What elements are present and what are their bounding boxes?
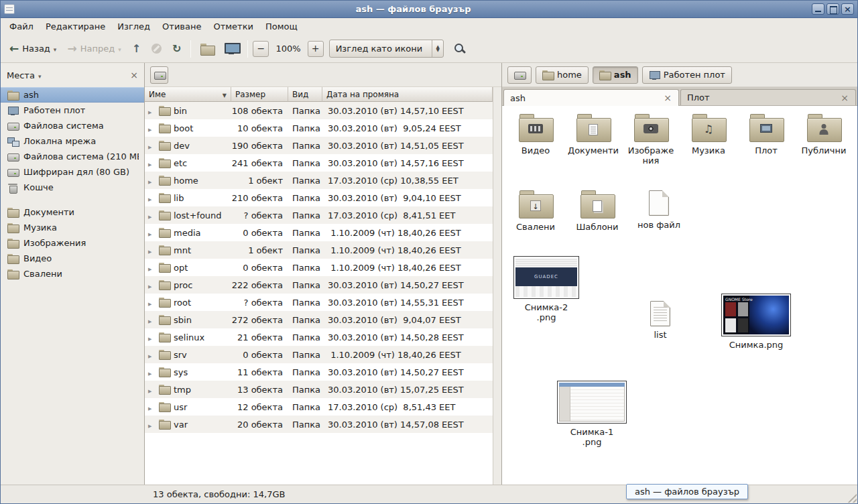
forward-button[interactable]: Напред xyxy=(62,38,125,60)
expander-icon[interactable] xyxy=(148,106,155,116)
path-root-button[interactable] xyxy=(150,66,168,84)
tab-close-icon[interactable] xyxy=(663,93,672,103)
image-file-snimka[interactable]: GNOME Store Снимка.png xyxy=(719,294,793,350)
table-row[interactable]: sbin 272 обекта Папка 30.03.2010 (вт) 9,… xyxy=(145,311,493,328)
menu-item[interactable]: Отметки xyxy=(207,19,259,34)
menu-item[interactable]: Редактиране xyxy=(40,19,111,34)
expander-icon[interactable] xyxy=(148,228,155,238)
computer-button[interactable] xyxy=(220,38,243,60)
expander-icon[interactable] xyxy=(148,123,155,133)
table-row[interactable]: opt 0 обекта Папка 1.10.2009 (чт) 18,40,… xyxy=(145,259,493,276)
expander-icon[interactable] xyxy=(148,210,155,220)
table-row[interactable]: mnt 1 обект Папка 1.10.2009 (чт) 18,40,2… xyxy=(145,241,493,259)
search-button[interactable] xyxy=(449,38,471,60)
expander-icon[interactable] xyxy=(148,280,155,290)
image-file-snimka1[interactable]: Снимка-1.png xyxy=(557,381,627,448)
expander-icon[interactable] xyxy=(148,332,155,342)
home-button[interactable] xyxy=(196,38,219,60)
table-row[interactable]: usr 12 обекта Папка 17.03.2010 (ср) 8,51… xyxy=(145,398,493,416)
sidebar-item[interactable]: Файлова система xyxy=(1,118,144,133)
table-row[interactable]: proc 222 обекта Папка 30.03.2010 (вт) 14… xyxy=(145,276,493,294)
column-header-name[interactable]: Име xyxy=(145,87,231,102)
icon-view[interactable]: Видео Документи Изображения xyxy=(502,106,857,485)
column-header-type[interactable]: Вид xyxy=(288,87,322,102)
expander-icon[interactable] xyxy=(148,158,155,168)
vertical-scrollbar[interactable] xyxy=(493,87,501,485)
resize-grip[interactable] xyxy=(846,492,857,503)
icon-grid-item[interactable]: Изображения xyxy=(625,114,676,166)
back-button[interactable]: Назад xyxy=(5,38,61,60)
minimize-button[interactable] xyxy=(812,3,824,15)
expander-icon[interactable] xyxy=(148,298,155,308)
table-row[interactable]: root ? обекта Папка 30.03.2010 (вт) 14,5… xyxy=(145,294,493,311)
column-header-date[interactable]: Дата на промяна xyxy=(322,87,493,102)
sidebar-item[interactable]: Локална мрежа xyxy=(1,133,144,149)
sidebar-item[interactable]: Шифриран дял (80 GB) xyxy=(1,164,144,180)
table-row[interactable]: selinux 21 обекта Папка 30.03.2010 (вт) … xyxy=(145,328,493,346)
table-row[interactable]: lost+found ? обекта Папка 17.03.2010 (ср… xyxy=(145,206,493,224)
table-row[interactable]: media 0 обекта Папка 1.10.2009 (чт) 18,4… xyxy=(145,224,493,241)
zoom-in-button[interactable]: + xyxy=(308,41,324,57)
expander-icon[interactable] xyxy=(148,315,155,325)
breadcrumb-button[interactable]: Работен плот xyxy=(642,66,732,84)
sidebar-item[interactable]: Файлова система (210 MB) xyxy=(1,149,144,164)
tab-close-icon[interactable] xyxy=(840,93,849,103)
sidebar-item[interactable]: Кошче xyxy=(1,180,144,195)
titlebar[interactable]: ash — файлов браузър xyxy=(1,1,857,18)
column-header-size[interactable]: Размер xyxy=(231,87,288,102)
table-row[interactable]: var 20 обекта Папка 30.03.2010 (вт) 14,5… xyxy=(145,416,493,433)
table-row[interactable]: sys 11 обекта Папка 30.03.2010 (вт) 14,5… xyxy=(145,363,493,381)
icon-grid-item[interactable]: Музика xyxy=(683,114,734,155)
table-row[interactable]: dev 190 обекта Папка 30.03.2010 (вт) 14,… xyxy=(145,137,493,154)
zoom-out-button[interactable]: − xyxy=(253,41,269,57)
table-row[interactable]: boot 10 обекта Папка 30.03.2010 (вт) 9,0… xyxy=(145,119,493,137)
icon-grid-item[interactable]: Видео xyxy=(510,114,561,155)
up-button[interactable] xyxy=(127,38,145,60)
sidebar-item[interactable]: Документи xyxy=(1,204,144,220)
icon-grid-item[interactable]: Шаблони xyxy=(572,190,623,232)
menu-item[interactable]: Помощ xyxy=(259,19,304,34)
icon-grid-item[interactable]: Публични xyxy=(798,114,849,155)
file-list-item[interactable]: list xyxy=(641,301,679,340)
table-row[interactable]: srv 0 обекта Папка 1.10.2009 (чт) 18,40,… xyxy=(145,346,493,363)
expander-icon[interactable] xyxy=(148,193,155,203)
chevron-down-icon[interactable] xyxy=(38,70,42,80)
table-row[interactable]: lib 210 обекта Папка 30.03.2010 (вт) 9,0… xyxy=(145,189,493,206)
pane-tab[interactable]: Плот xyxy=(680,89,856,105)
menu-item[interactable]: Изглед xyxy=(111,19,156,34)
sidebar-item[interactable]: ash xyxy=(1,87,144,103)
sidebar-title[interactable]: Места xyxy=(7,70,35,80)
expander-icon[interactable] xyxy=(148,350,155,360)
icon-grid-item[interactable]: Плот xyxy=(741,114,792,155)
sidebar-item[interactable]: Музика xyxy=(1,220,144,235)
menu-item[interactable]: Отиване xyxy=(156,19,207,34)
breadcrumb-button[interactable]: home xyxy=(536,66,589,84)
sidebar-item[interactable]: Изображения xyxy=(1,235,144,251)
expander-icon[interactable] xyxy=(148,263,155,273)
table-row[interactable]: tmp 13 обекта Папка 30.03.2010 (вт) 15,0… xyxy=(145,381,493,398)
expander-icon[interactable] xyxy=(148,367,155,377)
sidebar-close-icon[interactable] xyxy=(130,70,138,80)
icon-grid-item[interactable]: нов файл xyxy=(633,190,684,230)
table-row[interactable]: bin 108 обекта Папка 30.03.2010 (вт) 14,… xyxy=(145,102,493,119)
table-row[interactable]: home 1 обект Папка 17.03.2010 (ср) 10,38… xyxy=(145,172,493,189)
menu-item[interactable]: Файл xyxy=(3,19,40,34)
breadcrumb-button[interactable] xyxy=(507,66,532,84)
icon-grid-item[interactable]: Свалени xyxy=(510,190,561,232)
sidebar-item[interactable]: Видео xyxy=(1,251,144,266)
expander-icon[interactable] xyxy=(148,402,155,412)
reload-button[interactable] xyxy=(168,38,186,60)
breadcrumb-button[interactable]: ash xyxy=(593,66,638,84)
expander-icon[interactable] xyxy=(148,141,155,151)
stop-button[interactable] xyxy=(147,38,166,60)
expander-icon[interactable] xyxy=(148,176,155,186)
expander-icon[interactable] xyxy=(148,245,155,255)
maximize-button[interactable] xyxy=(826,3,839,15)
sidebar-item[interactable]: Работен плот xyxy=(1,103,144,118)
image-file-snimka2[interactable]: GUADEC Снимка-2.png xyxy=(511,256,581,323)
zoom-level[interactable]: 100% xyxy=(270,44,306,54)
close-button[interactable] xyxy=(841,3,854,15)
icon-grid-item[interactable]: Документи xyxy=(568,114,619,155)
pane-tab[interactable]: ash xyxy=(503,89,679,106)
sidebar-item[interactable]: Свалени xyxy=(1,266,144,281)
